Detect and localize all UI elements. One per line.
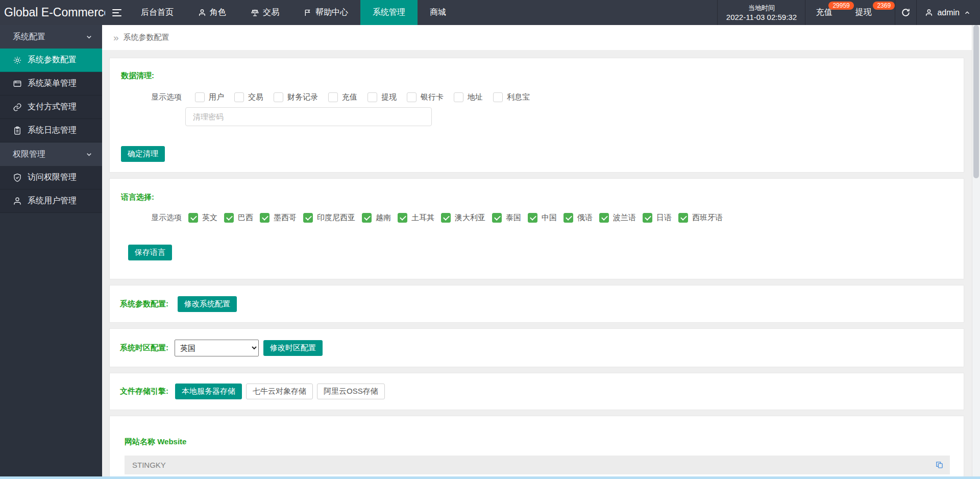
nav-item-roles[interactable]: 角色: [186, 0, 238, 25]
breadcrumb: » 系统参数配置: [102, 25, 972, 50]
nav-item-dashboard[interactable]: 后台首页: [129, 0, 186, 25]
checkbox-checked[interactable]: [398, 213, 407, 223]
withdraw-button[interactable]: 提现 2369: [850, 0, 895, 25]
nav-item-mall[interactable]: 商城: [418, 0, 458, 25]
checkbox-option-interest[interactable]: 利息宝: [493, 92, 530, 102]
confirm-clean-button[interactable]: 确定清理: [121, 146, 165, 162]
checkbox-checked[interactable]: [643, 213, 652, 223]
checkbox-option-users[interactable]: 用户: [195, 92, 224, 102]
user-icon: [198, 9, 206, 17]
checkbox[interactable]: [493, 92, 503, 102]
flag-icon: [304, 9, 312, 17]
system-config-card: 系统参数配置: 修改系统配置: [109, 285, 964, 323]
lang-option-english[interactable]: 英文: [188, 213, 217, 223]
checkbox-checked[interactable]: [303, 213, 313, 223]
sidebar: 系统配置 系统参数配置 系统菜单管理 支付方式管理 系统日志管理 权限管理 访问…: [0, 25, 102, 479]
storage-engine-card: 文件存储引擎: 本地服务器存储 七牛云对象存储 阿里云OSS存储: [109, 373, 964, 410]
local-time: 当地时间 2022-11-03 02:59:32: [717, 0, 805, 25]
chevron-down-icon: [85, 151, 93, 158]
data-clean-options-row: 显示选项 用户 交易 财务记录 充值 提现 银行卡 地址 利息宝: [151, 92, 952, 102]
checkbox-checked[interactable]: [528, 213, 537, 223]
storage-qiniu-button[interactable]: 七牛云对象存储: [246, 384, 313, 399]
checkbox[interactable]: [368, 92, 377, 102]
lang-option-vietnam[interactable]: 越南: [362, 213, 391, 223]
checkbox-option-recharge[interactable]: 充值: [328, 92, 357, 102]
checkbox[interactable]: [274, 92, 283, 102]
storage-engine-label: 文件存储引擎:: [120, 387, 168, 396]
lang-option-china[interactable]: 中国: [528, 213, 557, 223]
checkbox-option-address[interactable]: 地址: [454, 92, 483, 102]
nav-item-transactions[interactable]: 交易: [238, 0, 291, 25]
website-name-card: 网站名称 Website 网站名称及网站图标，将显示在浏览器的标签上: [109, 416, 964, 479]
hamburger-icon: [112, 9, 121, 16]
copy-button[interactable]: [935, 461, 944, 469]
checkbox-option-bank-card[interactable]: 银行卡: [407, 92, 444, 102]
lang-option-polish[interactable]: 波兰语: [599, 213, 636, 223]
modify-system-config-button[interactable]: 修改系统配置: [178, 296, 237, 312]
checkbox[interactable]: [328, 92, 338, 102]
lang-option-australia[interactable]: 澳大利亚: [441, 213, 485, 223]
lang-option-turkey[interactable]: 土耳其: [398, 213, 434, 223]
recharge-button[interactable]: 充值 29959: [805, 0, 850, 25]
nav-item-help-center[interactable]: 帮助中心: [291, 0, 360, 25]
checkbox-option-finance-records[interactable]: 财务记录: [274, 92, 318, 102]
checkbox-checked[interactable]: [362, 213, 372, 223]
sidebar-section-system-config[interactable]: 系统配置: [0, 25, 102, 49]
lang-option-brazil[interactable]: 巴西: [224, 213, 253, 223]
storage-local-button[interactable]: 本地服务器存储: [175, 384, 242, 399]
checkbox-checked[interactable]: [188, 213, 198, 223]
checkbox-option-transactions[interactable]: 交易: [234, 92, 263, 102]
sidebar-item-access-permissions[interactable]: 访问权限管理: [0, 166, 102, 189]
username: admin: [937, 8, 960, 17]
main-area: » 系统参数配置 数据清理: 显示选项 用户 交易 财务记录 充值 提现 银行卡…: [102, 25, 972, 479]
sidebar-section-permissions[interactable]: 权限管理: [0, 142, 102, 166]
refresh-icon: [901, 8, 911, 17]
checkbox-checked[interactable]: [441, 213, 451, 223]
checkbox-option-withdraw[interactable]: 提现: [368, 92, 397, 102]
options-label: 显示选项: [151, 92, 182, 102]
chevron-up-icon: [964, 9, 971, 16]
sidebar-item-payment-methods[interactable]: 支付方式管理: [0, 95, 102, 119]
local-time-label: 当地时间: [748, 4, 775, 12]
checkbox-checked[interactable]: [599, 213, 609, 223]
website-name-input[interactable]: [125, 456, 950, 474]
lang-option-indonesia[interactable]: 印度尼西亚: [303, 213, 355, 223]
timezone-label: 系统时区配置:: [120, 343, 168, 353]
nav-item-system-management[interactable]: 系统管理: [360, 0, 418, 25]
modify-timezone-button[interactable]: 修改时区配置: [263, 340, 323, 356]
lang-option-japanese[interactable]: 日语: [643, 213, 672, 223]
timezone-select[interactable]: 英国: [175, 340, 259, 356]
storage-aliyun-oss-button[interactable]: 阿里云OSS存储: [317, 384, 385, 399]
lang-option-spanish[interactable]: 西班牙语: [678, 213, 723, 223]
save-language-button[interactable]: 保存语言: [128, 245, 172, 260]
lang-option-russian[interactable]: 俄语: [564, 213, 593, 223]
data-clean-card: 数据清理: 显示选项 用户 交易 财务记录 充值 提现 银行卡 地址 利息宝 确…: [109, 58, 964, 173]
language-title: 语言选择:: [121, 193, 952, 202]
checkbox[interactable]: [234, 92, 244, 102]
checkbox-checked[interactable]: [678, 213, 688, 223]
sidebar-item-system-users[interactable]: 系统用户管理: [0, 189, 102, 213]
website-name-label: 网站名称 Website: [125, 437, 964, 447]
topbar-right: 当地时间 2022-11-03 02:59:32 充值 29959 提现 236…: [717, 0, 980, 25]
scales-icon: [251, 8, 259, 17]
scrollbar-thumb[interactable]: [973, 25, 979, 178]
sidebar-item-system-params[interactable]: 系统参数配置: [0, 49, 102, 72]
app-logo: Global E-Commerce...: [0, 0, 105, 25]
sidebar-toggle-button[interactable]: [105, 0, 129, 25]
clean-password-input[interactable]: [185, 107, 432, 126]
lang-option-mexico[interactable]: 墨西哥: [260, 213, 297, 223]
vertical-scrollbar[interactable]: [972, 25, 980, 479]
sidebar-item-system-logs[interactable]: 系统日志管理: [0, 119, 102, 142]
checkbox-checked[interactable]: [260, 213, 270, 223]
checkbox-checked[interactable]: [564, 213, 573, 223]
refresh-button[interactable]: [895, 0, 916, 25]
checkbox[interactable]: [407, 92, 416, 102]
checkbox[interactable]: [454, 92, 463, 102]
shield-check-icon: [13, 173, 22, 182]
checkbox[interactable]: [195, 92, 205, 102]
checkbox-checked[interactable]: [492, 213, 502, 223]
user-menu[interactable]: admin: [916, 0, 980, 25]
sidebar-item-system-menu[interactable]: 系统菜单管理: [0, 72, 102, 95]
lang-option-thailand[interactable]: 泰国: [492, 213, 521, 223]
checkbox-checked[interactable]: [224, 213, 234, 223]
